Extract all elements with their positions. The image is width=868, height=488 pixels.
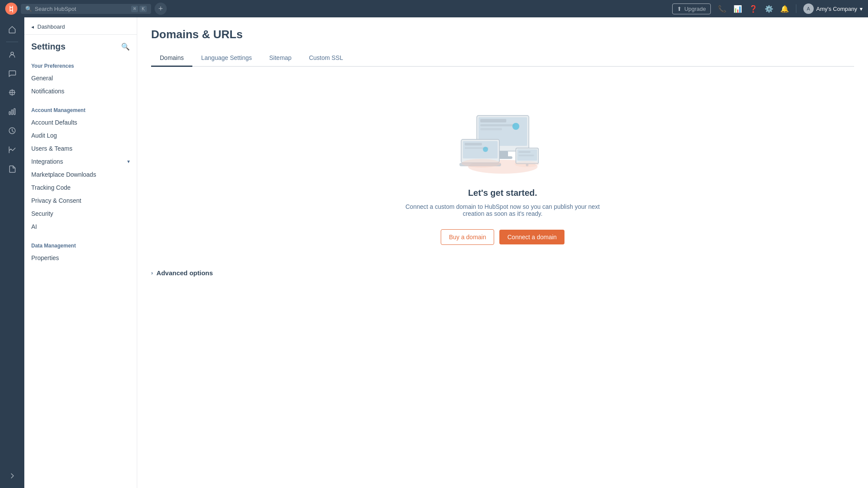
hubspot-logo[interactable] (5, 3, 17, 15)
nav-item-integrations[interactable]: Integrations ▾ (24, 155, 137, 168)
settings-search-icon[interactable]: 🔍 (121, 43, 130, 51)
help-icon[interactable]: ❓ (749, 5, 758, 13)
upgrade-label: Upgrade (684, 6, 706, 12)
sidebar-divider (6, 42, 18, 42)
chevron-down-icon: ▾ (860, 6, 863, 12)
tab-custom-ssl[interactable]: Custom SSL (300, 50, 352, 67)
svg-rect-12 (480, 128, 502, 130)
sidebar-icon-contacts[interactable] (3, 46, 21, 63)
svg-point-0 (5, 3, 17, 15)
back-arrow-icon: ◂ (31, 24, 34, 30)
nav-item-notifications[interactable]: Notifications (24, 85, 137, 98)
section-title-preferences: Your Preferences (24, 60, 137, 72)
shortcut-key1: ⌘ (131, 6, 139, 12)
connect-domain-button[interactable]: Connect a domain (499, 230, 564, 244)
svg-rect-4 (12, 110, 13, 115)
tab-domains[interactable]: Domains (151, 50, 192, 67)
nav-item-users-teams[interactable]: Users & Teams (24, 142, 137, 155)
add-button[interactable]: + (155, 3, 167, 15)
nav-item-security[interactable]: Security (24, 207, 137, 220)
settings-title: Settings (31, 42, 66, 52)
section-title-data: Data Management (24, 240, 137, 251)
buy-domain-button[interactable]: Buy a domain (441, 229, 495, 245)
advanced-options-label: Advanced options (156, 269, 213, 277)
nav-section-data: Data Management Properties (24, 235, 137, 266)
nav-divider (796, 4, 796, 13)
section-title-account: Account Management (24, 105, 137, 116)
left-icon-sidebar (0, 17, 24, 488)
nav-item-tracking-code[interactable]: Tracking Code (24, 181, 137, 194)
svg-point-28 (515, 161, 539, 167)
phone-icon[interactable]: 📞 (718, 5, 726, 13)
nav-item-ai[interactable]: AI (24, 220, 137, 233)
sidebar-icon-marketing[interactable] (3, 84, 21, 101)
svg-rect-10 (480, 119, 506, 122)
svg-point-1 (11, 52, 13, 55)
nav-item-privacy-consent[interactable]: Privacy & Consent (24, 194, 137, 207)
empty-state: Let's get started. Connect a custom doma… (151, 81, 854, 262)
search-icon: 🔍 (25, 6, 32, 12)
svg-rect-18 (465, 143, 482, 145)
svg-point-13 (512, 123, 519, 130)
upgrade-button[interactable]: ⬆ Upgrade (672, 3, 711, 14)
svg-rect-25 (518, 155, 534, 156)
sidebar-icon-conversations[interactable] (3, 65, 21, 82)
illustration (451, 98, 555, 178)
collapse-sidebar-icon[interactable] (3, 467, 21, 485)
nav-item-account-defaults[interactable]: Account Defaults (24, 116, 137, 129)
top-nav-right: ⬆ Upgrade 📞 📊 ❓ ⚙️ 🔔 A Amy's Company ▾ (672, 3, 863, 14)
nav-section-preferences: Your Preferences General Notifications (24, 55, 137, 99)
dashboard-back-button[interactable]: ◂ Dashboard (24, 17, 137, 35)
settings-icon[interactable]: ⚙️ (765, 5, 773, 13)
empty-state-heading: Let's get started. (468, 188, 537, 198)
nav-item-marketplace-downloads[interactable]: Marketplace Downloads (24, 168, 137, 181)
chevron-down-icon: ▾ (127, 158, 130, 165)
page-title: Domains & URLs (151, 28, 854, 41)
shortcut-key2: K (139, 6, 147, 12)
sidebar-icon-reports[interactable] (3, 141, 21, 158)
nav-item-general[interactable]: General (24, 72, 137, 85)
nav-item-properties[interactable]: Properties (24, 251, 137, 264)
sidebar-icon-service[interactable] (3, 122, 21, 139)
svg-rect-11 (480, 124, 515, 126)
empty-state-actions: Buy a domain Connect a domain (441, 229, 564, 245)
tab-sitemap[interactable]: Sitemap (261, 50, 300, 67)
company-name: Amy's Company (816, 6, 857, 12)
nav-section-account: Account Management Account Defaults Audi… (24, 99, 137, 235)
settings-header: Settings 🔍 (24, 35, 137, 55)
tabs-bar: Domains Language Settings Sitemap Custom… (151, 50, 854, 67)
main-content: Domains & URLs Domains Language Settings… (137, 17, 868, 488)
sidebar-icon-sales[interactable] (3, 103, 21, 120)
chevron-right-icon: › (151, 270, 153, 276)
sidebar-icon-files[interactable] (3, 160, 21, 178)
settings-sidebar: ◂ Dashboard Settings 🔍 Your Preferences … (24, 17, 137, 488)
search-placeholder: Search HubSpot (35, 6, 76, 12)
dashboard-label: Dashboard (37, 23, 65, 30)
company-menu[interactable]: A Amy's Company ▾ (803, 3, 863, 14)
svg-point-20 (483, 147, 488, 152)
notifications-icon[interactable]: 🔔 (780, 5, 789, 13)
svg-rect-5 (14, 109, 15, 115)
empty-state-description: Connect a custom domain to HubSpot now s… (394, 203, 611, 217)
reports-icon[interactable]: 📊 (733, 5, 742, 13)
advanced-options-toggle[interactable]: › Advanced options (151, 269, 854, 277)
search-bar[interactable]: 🔍 Search HubSpot ⌘ K (21, 4, 151, 14)
upgrade-icon: ⬆ (677, 6, 682, 12)
tab-language-settings[interactable]: Language Settings (192, 50, 261, 67)
svg-point-27 (462, 159, 501, 168)
svg-rect-24 (518, 151, 531, 153)
avatar: A (803, 3, 814, 14)
top-nav: 🔍 Search HubSpot ⌘ K + ⬆ Upgrade 📞 📊 ❓ ⚙… (0, 0, 868, 17)
svg-rect-3 (9, 112, 10, 115)
nav-item-audit-log[interactable]: Audit Log (24, 129, 137, 142)
sidebar-icon-home[interactable] (3, 21, 21, 38)
